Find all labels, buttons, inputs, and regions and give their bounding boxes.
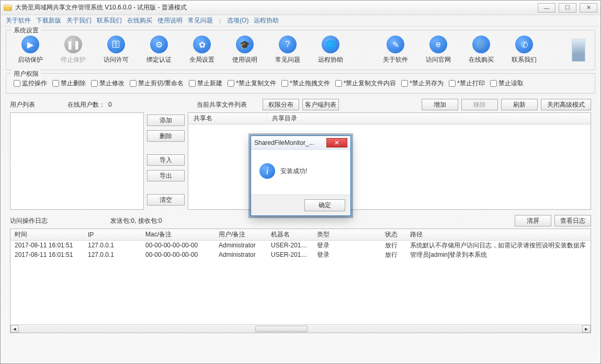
modal-close-button[interactable]: ✕ xyxy=(326,138,347,147)
modal-ok-button[interactable]: 确定 xyxy=(304,199,345,211)
app-window: 大势至局域网共享文件管理系统 V10.6.0.0 - 试用版 - 普通模式 — … xyxy=(0,0,601,364)
modal-message: 安装成功! xyxy=(280,167,307,176)
modal-title-text: SharedFileMonitor_... xyxy=(254,139,326,146)
modal-body: i 安装成功! xyxy=(251,150,350,195)
modal-titlebar: SharedFileMonitor_... ✕ xyxy=(251,136,350,150)
info-icon: i xyxy=(259,163,275,179)
modal-footer: 确定 xyxy=(251,195,350,215)
modal-backdrop: SharedFileMonitor_... ✕ i 安装成功! 确定 xyxy=(1,1,600,363)
modal-dialog: SharedFileMonitor_... ✕ i 安装成功! 确定 xyxy=(251,135,351,216)
